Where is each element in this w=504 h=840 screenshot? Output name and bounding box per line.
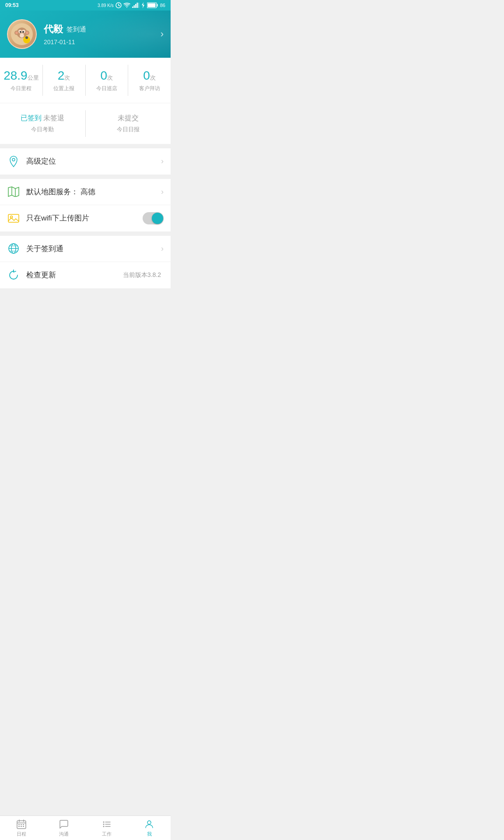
svg-marker-8	[142, 2, 144, 8]
section-divider-3	[0, 231, 171, 236]
attendance-report: 未提交 今日日报	[86, 110, 171, 137]
stat-mileage-value: 28.9	[4, 69, 28, 82]
status-icons: 3.89 K/s	[98, 2, 165, 8]
svg-rect-4	[133, 5, 135, 8]
stat-patrol-value: 0	[101, 69, 108, 82]
stat-location-value: 2	[58, 69, 65, 82]
stat-patrol-unit: 次	[107, 74, 113, 81]
globe-icon	[7, 242, 20, 255]
speed-indicator: 3.89 K/s	[98, 3, 114, 8]
report-label: 今日日报	[88, 126, 169, 133]
menu-item-location[interactable]: 高级定位 ›	[0, 148, 171, 175]
stat-visit: 0次 客户拜访	[128, 65, 171, 96]
stat-location-label: 位置上报	[45, 85, 84, 92]
stats-section: 28.9公里 今日里程 2次 位置上报 0次 今日巡店 0次 客户	[0, 58, 171, 103]
stat-patrol-label: 今日巡店	[88, 85, 126, 92]
clock-icon	[116, 2, 122, 8]
svg-rect-7	[138, 3, 139, 8]
svg-point-16	[20, 33, 24, 38]
profile-chevron[interactable]: ›	[161, 28, 164, 40]
avatar	[7, 19, 37, 49]
menu-item-map[interactable]: 默认地图服务： 高德 ›	[0, 179, 171, 205]
svg-line-2	[119, 5, 120, 6]
stat-patrol: 0次 今日巡店	[86, 65, 129, 96]
wifi-icon	[123, 3, 130, 8]
svg-rect-5	[135, 4, 136, 8]
profile-date: 2017-01-11	[44, 38, 161, 46]
stat-mileage: 28.9公里 今日里程	[0, 65, 43, 96]
stat-mileage-label: 今日里程	[2, 85, 41, 92]
svg-point-26	[12, 158, 15, 161]
svg-rect-6	[136, 3, 138, 8]
stat-visit-value: 0	[143, 69, 150, 82]
svg-point-20	[26, 32, 28, 34]
menu-label-about: 关于签到通	[26, 244, 161, 254]
checkin-status-unsigned: 未签退	[43, 114, 64, 122]
svg-point-25	[25, 36, 28, 39]
profile-header[interactable]: 代毅 签到通 2017-01-11 ›	[0, 10, 171, 58]
map-icon	[7, 185, 20, 198]
stat-visit-unit: 次	[150, 74, 156, 81]
stat-location: 2次 位置上报	[43, 65, 86, 96]
svg-point-22	[22, 31, 24, 33]
menu-chevron-map: ›	[161, 187, 164, 196]
menu-section-1: 高级定位 ›	[0, 148, 171, 175]
location-icon	[7, 155, 20, 168]
profile-info: 代毅 签到通 2017-01-11	[44, 23, 161, 46]
menu-label-map: 默认地图服务： 高德	[26, 187, 161, 197]
avatar-image	[8, 20, 36, 48]
stats-row: 28.9公里 今日里程 2次 位置上报 0次 今日巡店 0次 客户	[0, 65, 171, 96]
profile-app-name: 签到通	[66, 25, 86, 34]
menu-item-about[interactable]: 关于签到通 ›	[0, 236, 171, 262]
attendance-checkin: 已签到 未签退 今日考勤	[0, 110, 86, 137]
svg-marker-27	[8, 187, 19, 197]
signal-icon	[132, 3, 139, 8]
attendance-section: 已签到 未签退 今日考勤 未提交 今日日报	[0, 103, 171, 144]
image-icon	[7, 212, 20, 225]
menu-section-2: 默认地图服务： 高德 › 只在wifi下上传图片	[0, 179, 171, 231]
svg-rect-3	[132, 7, 133, 8]
attendance-row: 已签到 未签退 今日考勤 未提交 今日日报	[0, 110, 171, 137]
toggle-knob	[152, 213, 163, 224]
menu-chevron-about: ›	[161, 244, 164, 253]
section-divider-2	[0, 175, 171, 179]
menu-label-location: 高级定位	[26, 156, 161, 166]
status-bar: 09:53 3.89 K/s	[0, 0, 171, 10]
menu-label-update: 检查更新	[26, 270, 123, 280]
report-status: 未提交	[88, 114, 169, 123]
toggle-track	[143, 212, 164, 224]
menu-label-wifi-upload: 只在wifi下上传图片	[26, 213, 143, 223]
stat-visit-label: 客户拜访	[130, 85, 169, 92]
menu-chevron-location: ›	[161, 157, 164, 166]
menu-section-3: 关于签到通 › 检查更新 当前版本3.8.2	[0, 236, 171, 288]
stat-location-unit: 次	[64, 74, 70, 81]
menu-value-version: 当前版本3.8.2	[123, 271, 161, 279]
stat-mileage-unit: 公里	[28, 74, 39, 81]
menu-item-update[interactable]: 检查更新 当前版本3.8.2	[0, 262, 171, 288]
battery-icon	[147, 2, 158, 8]
checkin-status-signed: 已签到	[21, 114, 42, 122]
section-divider-1	[0, 144, 171, 148]
svg-rect-30	[8, 214, 19, 222]
svg-rect-11	[147, 4, 155, 7]
svg-point-21	[20, 31, 21, 33]
checkin-label: 今日考勤	[2, 126, 84, 133]
menu-item-wifi-upload[interactable]: 只在wifi下上传图片	[0, 205, 171, 231]
wifi-upload-toggle[interactable]	[143, 212, 164, 224]
svg-rect-10	[157, 4, 158, 7]
refresh-icon	[7, 269, 20, 282]
profile-name: 代毅	[44, 23, 63, 36]
charging-icon	[141, 2, 145, 8]
svg-point-19	[15, 32, 18, 34]
battery-level: 86	[160, 3, 165, 8]
status-time: 09:53	[5, 2, 19, 8]
